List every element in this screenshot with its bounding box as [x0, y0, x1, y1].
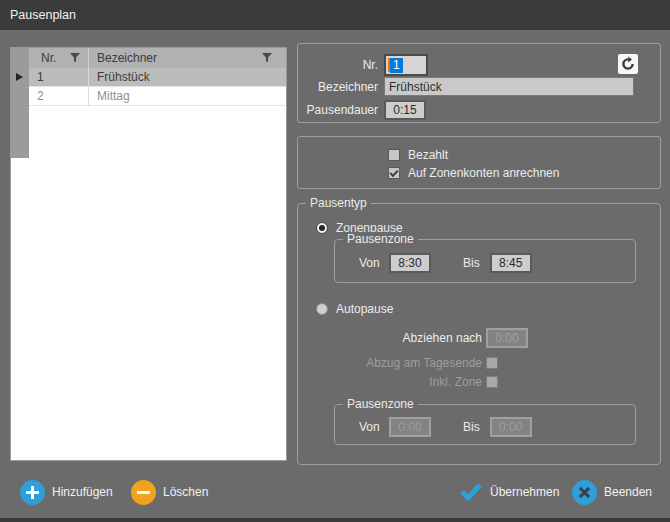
nr-label: Nr. [298, 58, 378, 72]
table-header: Nr. Bezeichner [29, 48, 286, 68]
column-header-bezeichner[interactable]: Bezeichner [89, 48, 286, 68]
undo-refresh-icon [620, 56, 636, 72]
pausenzone1-groupbox: Pausenzone Von Bis [334, 239, 636, 283]
close-x-icon [572, 480, 597, 505]
abziehen-input[interactable] [486, 328, 528, 348]
pausenzone2-groupbox: Pausenzone Von Bis [334, 404, 636, 445]
window-bottom-border [0, 518, 670, 522]
beenden-label: Beenden [604, 485, 652, 499]
nr-input[interactable]: 1 [384, 54, 428, 76]
bezahlt-row: Bezahlt [388, 148, 448, 162]
selected-row-marker-icon [16, 73, 23, 81]
filter-icon[interactable] [262, 53, 272, 63]
autopause-radio[interactable] [316, 303, 328, 315]
nr-row: Nr. 1 [298, 54, 428, 76]
window-title: Pausenplan [10, 8, 76, 22]
column-header-bezeichner-label: Bezeichner [97, 51, 157, 65]
bezahlt-label: Bezahlt [408, 148, 448, 162]
von-input[interactable] [389, 253, 431, 273]
autopause-row: Autopause [316, 302, 393, 316]
cell-nr: 2 [29, 87, 89, 105]
uebernehmen-label: Übernehmen [490, 485, 559, 499]
abzug-checkbox[interactable] [486, 357, 498, 369]
abziehen-row: Abziehen nach [298, 328, 528, 348]
bis-input[interactable] [490, 253, 532, 273]
abzug-label: Abzug am Tagesende [298, 356, 482, 370]
pausentyp-legend: Pausentyp [306, 196, 371, 210]
von-input[interactable] [389, 417, 431, 437]
pausenzone2-legend: Pausenzone [343, 397, 418, 411]
pausendauer-row: Pausendauer [298, 100, 426, 120]
plus-icon [20, 480, 45, 505]
pausendauer-input[interactable] [384, 100, 426, 120]
zonenkonten-label: Auf Zonenkonten anrechnen [408, 166, 559, 180]
cell-nr: 1 [29, 68, 89, 86]
abzug-row: Abzug am Tagesende [298, 356, 498, 370]
bis-label: Bis [463, 420, 480, 434]
minus-icon [131, 480, 156, 505]
bezeichner-input[interactable] [384, 77, 634, 96]
loeschen-label: Löschen [163, 485, 208, 499]
uebernehmen-button[interactable]: Übernehmen [459, 479, 559, 505]
break-details-panel: Nr. 1 Bezeichner Pausendauer [297, 43, 661, 123]
cell-bezeichner: Frühstück [89, 68, 286, 86]
zonenkonten-row: Auf Zonenkonten anrechnen [388, 166, 559, 180]
autopause-label: Autopause [336, 302, 393, 316]
zonenkonten-checkbox[interactable] [388, 167, 400, 179]
bis-label: Bis [463, 256, 480, 270]
loeschen-button[interactable]: Löschen [131, 479, 208, 505]
table-row[interactable]: 2 Mittag [29, 87, 286, 106]
abziehen-label: Abziehen nach [298, 331, 482, 345]
options-panel: Bezahlt Auf Zonenkonten anrechnen [297, 136, 661, 189]
pausenplan-dialog: Pausenplan Nr. Bezeichner 1 Frühstück [0, 0, 670, 522]
break-list-table: Nr. Bezeichner 1 Frühstück 2 Mittag [10, 47, 287, 461]
bis-input[interactable] [490, 417, 532, 437]
pausenzone1-legend: Pausenzone [343, 232, 418, 246]
nr-selected-text: 1 [390, 58, 403, 73]
row-header-column [11, 48, 29, 158]
inkl-zone-label: Inkl. Zone [298, 375, 482, 389]
bezeichner-row: Bezeichner [298, 77, 634, 96]
hinzufuegen-label: Hinzufügen [52, 485, 113, 499]
column-header-nr[interactable]: Nr. [29, 48, 89, 68]
cell-bezeichner: Mittag [89, 87, 286, 105]
von-label: Von [359, 420, 379, 434]
table-row[interactable]: 1 Frühstück [29, 68, 286, 87]
beenden-button[interactable]: Beenden [572, 479, 652, 505]
bezahlt-checkbox[interactable] [388, 149, 400, 161]
checkmark-icon [459, 482, 483, 502]
inkl-zone-checkbox[interactable] [486, 376, 498, 388]
inkl-zone-row: Inkl. Zone [298, 375, 498, 389]
window-titlebar[interactable]: Pausenplan [0, 0, 670, 30]
zonenpause-radio[interactable] [316, 222, 328, 234]
von-label: Von [359, 256, 379, 270]
pausentyp-groupbox: Pausentyp Zonenpause Pausenzone Von Bis … [297, 203, 661, 465]
filter-icon[interactable] [70, 53, 80, 63]
refresh-button[interactable] [618, 54, 638, 74]
pausendauer-label: Pausendauer [298, 103, 378, 117]
bezeichner-label: Bezeichner [298, 80, 378, 94]
hinzufuegen-button[interactable]: Hinzufügen [20, 479, 113, 505]
column-header-nr-label: Nr. [41, 51, 56, 65]
